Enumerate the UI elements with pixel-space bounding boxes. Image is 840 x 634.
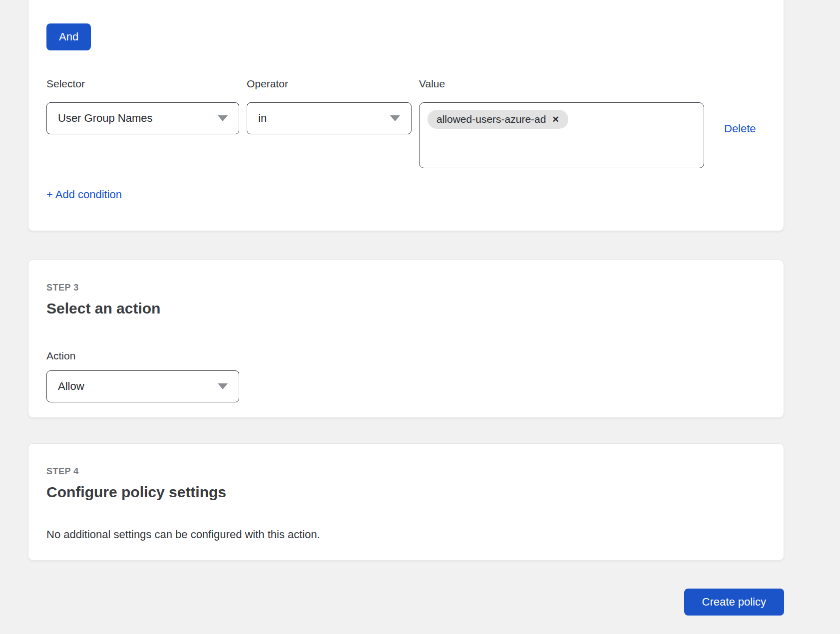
value-label: Value: [419, 78, 704, 90]
condition-labels-row: Selector Operator Value: [46, 78, 766, 90]
chevron-down-icon: [218, 115, 228, 121]
action-label: Action: [46, 350, 766, 362]
value-tag: allowed-users-azure-ad ✕: [427, 110, 568, 129]
selector-dropdown-value: User Group Names: [58, 112, 153, 125]
policy-settings-card: STEP 4 Configure policy settings No addi…: [28, 443, 784, 561]
policy-builder-page: { "colors": { "primary_button": "#1a54c8…: [0, 0, 840, 634]
add-condition-link[interactable]: + Add condition: [46, 188, 122, 201]
step4-label: STEP 4: [46, 466, 766, 477]
delete-condition-link[interactable]: Delete: [724, 122, 756, 135]
operator-dropdown[interactable]: in: [247, 102, 412, 134]
selector-label: Selector: [46, 78, 239, 90]
step3-title: Select an action: [46, 300, 766, 317]
remove-tag-icon[interactable]: ✕: [552, 115, 559, 124]
select-action-card: STEP 3 Select an action Action Allow: [28, 260, 784, 418]
selector-dropdown[interactable]: User Group Names: [46, 102, 239, 134]
chevron-down-icon: [390, 115, 400, 121]
action-dropdown-value: Allow: [58, 380, 84, 393]
create-policy-button[interactable]: Create policy: [684, 589, 784, 616]
step3-label: STEP 3: [46, 283, 766, 293]
condition-fields-row: User Group Names in allowed-users-azure-…: [46, 102, 766, 168]
action-dropdown[interactable]: Allow: [46, 370, 239, 402]
no-settings-message: No additional settings can be configured…: [46, 528, 766, 541]
condition-group-card: And Selector Operator Value User Group N…: [28, 0, 784, 231]
operator-label: Operator: [247, 78, 412, 90]
step4-title: Configure policy settings: [46, 484, 766, 501]
and-operator-button[interactable]: And: [46, 23, 91, 50]
value-tag-label: allowed-users-azure-ad: [436, 113, 546, 125]
chevron-down-icon: [218, 383, 228, 389]
footer-actions: Create policy: [0, 589, 784, 616]
operator-dropdown-value: in: [258, 112, 267, 125]
value-multiselect-input[interactable]: allowed-users-azure-ad ✕: [419, 102, 704, 168]
